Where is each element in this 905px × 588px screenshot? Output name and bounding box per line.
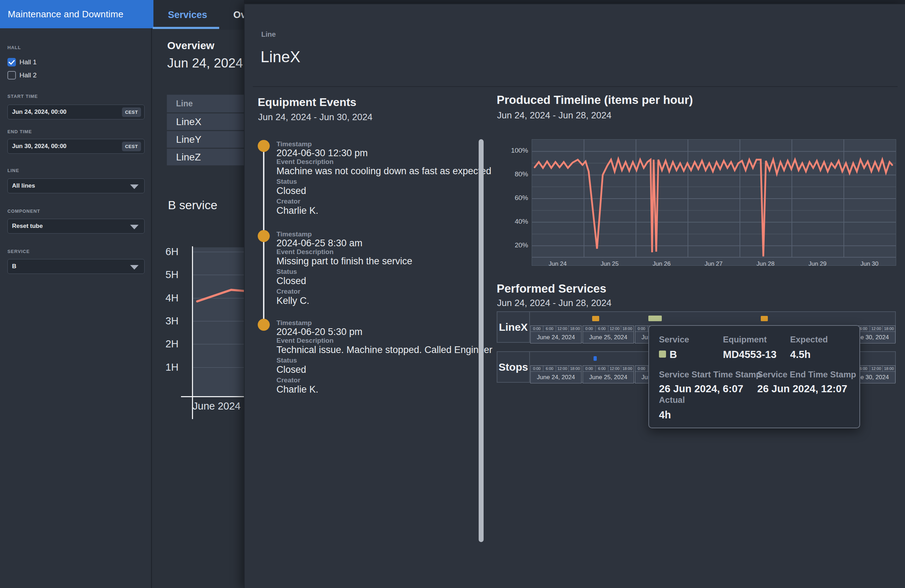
produced-x-tick-label: Jun 25 <box>589 260 631 268</box>
gantt-tick-label: 0:00 <box>583 366 596 371</box>
detail-line-name: LineX <box>260 48 300 66</box>
event-creator: Kelly C. <box>276 295 309 307</box>
equipment-event-item: Timestamp2024-06-20 5:30 pmEvent Descrip… <box>258 319 470 400</box>
b-service-x-axis-line <box>181 396 244 397</box>
line-table-row[interactable]: LineY <box>167 130 244 148</box>
service-marker[interactable] <box>648 315 662 321</box>
start-time-input[interactable]: Jun 24, 2024, 00:00 CEST <box>8 105 144 119</box>
line-table-row[interactable]: LineZ <box>167 148 244 165</box>
b-service-y-tick-label: 5H <box>157 269 178 281</box>
gantt-day-cell[interactable]: 0:006:0012:0018:00June 24, 2024 <box>530 365 581 384</box>
tooltip-start-value: 26 Jun 2024, 6:07 <box>659 383 743 395</box>
gantt-day-label: June 25, 2024 <box>583 332 634 343</box>
gantt-day-label: June 25, 2024 <box>583 372 634 383</box>
end-time-input[interactable]: Jun 30, 2024, 00:00 CEST <box>8 139 144 154</box>
line-select-value: All lines <box>12 182 35 189</box>
active-tab-underline <box>153 27 219 29</box>
equipment-events-date-range: Jun 24, 2024 - Jun 30, 2024 <box>258 112 373 123</box>
event-creator: Charlie K. <box>276 204 319 217</box>
gantt-day-cell[interactable]: 0:006:0012:0018:00June 25, 2024 <box>583 325 634 344</box>
end-time-label: END TIME <box>8 129 32 134</box>
b-service-line-series <box>193 247 244 396</box>
gantt-tick-label: 12:00 <box>556 366 569 371</box>
gantt-day-cell[interactable]: 0:006:0012:0018:00June 25, 2024 <box>583 365 634 384</box>
event-timestamp: 2024-06-20 5:30 pm <box>276 326 362 338</box>
produced-x-tick-label: Jun 28 <box>745 260 787 268</box>
event-creator: Charlie K. <box>276 384 319 395</box>
events-scrollbar[interactable] <box>479 139 484 542</box>
service-b-swatch-icon <box>659 350 666 358</box>
b-service-y-tick-label: 6H <box>157 246 178 258</box>
gantt-day-cell[interactable]: 0:006:0012:0018:00June 24, 2024 <box>530 325 581 344</box>
hall2-label: Hall 2 <box>19 71 37 79</box>
gantt-tick-label: 0:00 <box>530 366 543 371</box>
gantt-tick-row: 0:006:0012:0018:00 <box>530 366 581 372</box>
produced-timeline-title: Produced Timeline (items per hour) <box>497 93 693 107</box>
page-background-strip <box>244 0 905 3</box>
produced-y-tick-label: 80% <box>500 170 528 178</box>
produced-timeline-plot <box>532 139 896 266</box>
event-status: Closed <box>276 185 306 197</box>
b-service-y-tick-label: 1H <box>157 361 178 373</box>
b-service-y-tick-label: 3H <box>157 315 178 327</box>
event-timestamp: 2024-06-25 8:30 am <box>276 237 362 249</box>
produced-x-tick-label: Jun 24 <box>537 260 579 268</box>
checkbox-checked-icon[interactable] <box>8 58 16 67</box>
component-select-label: COMPONENT <box>8 209 40 214</box>
service-marker[interactable] <box>592 316 599 321</box>
gantt-tick-label: 6:00 <box>596 326 608 331</box>
gantt-tick-label: 12:00 <box>870 366 883 371</box>
gantt-tick-row: 0:006:0012:0018:00 <box>583 326 634 332</box>
event-timestamp: 2024-06-30 12:30 pm <box>276 147 368 159</box>
line-select[interactable]: All lines <box>8 178 144 193</box>
event-bullet-icon <box>258 140 270 152</box>
detail-line-label: Line <box>261 30 276 38</box>
tab-services[interactable]: Services <box>168 10 207 21</box>
component-select-value: Reset tube <box>12 223 43 230</box>
produced-y-tick-label: 100% <box>500 147 528 154</box>
hall1-checkbox-row[interactable]: Hall 1 <box>8 58 37 67</box>
service-select-label: SERVICE <box>8 249 30 254</box>
gantt-day-label: June 24, 2024 <box>530 332 581 343</box>
tooltip-end-label: Service End Time Stamp <box>757 369 856 379</box>
component-select[interactable]: Reset tube <box>8 219 144 234</box>
gantt-tick-label: 0:00 <box>635 326 648 331</box>
line-table-row[interactable]: LineX <box>167 113 244 130</box>
hall-section-label: HALL <box>8 45 21 50</box>
end-time-value: Jun 30, 2024, 00:00 <box>12 143 67 150</box>
gantt-tick-label: 12:00 <box>608 366 621 371</box>
line-select-label: LINE <box>8 168 19 173</box>
gantt-tick-row: 0:006:0012:0018:00 <box>530 326 581 332</box>
performed-services-date-range: Jun 24, 2024 - Jun 28, 2024 <box>497 298 611 309</box>
produced-x-tick-label: Jun 30 <box>848 260 891 268</box>
gantt-tick-label: 12:00 <box>556 326 569 331</box>
gantt-tick-label: 18:00 <box>569 366 581 371</box>
chevron-down-icon <box>130 225 138 229</box>
service-select[interactable]: B <box>8 259 144 274</box>
tab-overview[interactable]: Overview <box>233 10 244 21</box>
tooltip-actual-value: 4h <box>659 409 671 421</box>
gantt-tick-label: 18:00 <box>883 326 895 331</box>
b-service-y-tick-label: 2H <box>157 338 178 350</box>
produced-x-tick-label: Jun 26 <box>641 260 683 268</box>
hall1-label: Hall 1 <box>19 58 37 66</box>
app-root: Maintenance and Downtime HALL Hall 1 Hal… <box>0 0 905 588</box>
performed-services-title: Performed Services <box>497 282 606 295</box>
overview-date-range: Jun 24, 2024 - Jun 30, 2024 <box>167 56 244 71</box>
gantt-tick-label: 0:00 <box>583 326 596 331</box>
b-service-y-tick-label: 4H <box>157 292 178 304</box>
event-status: Closed <box>276 364 306 376</box>
b-service-chart-title: B service <box>168 198 218 212</box>
gantt-day-label: June 24, 2024 <box>530 372 581 383</box>
line-detail-panel: Line LineX Equipment Events Jun 24, 2024… <box>244 3 905 588</box>
start-time-timezone-badge: CEST <box>122 108 141 117</box>
service-marker[interactable] <box>594 356 597 361</box>
equipment-events-title: Equipment Events <box>258 96 356 109</box>
checkbox-unchecked-icon[interactable] <box>8 71 16 79</box>
service-marker[interactable] <box>761 316 768 321</box>
hall2-checkbox-row[interactable]: Hall 2 <box>8 71 37 79</box>
tooltip-service-value: B <box>670 349 677 360</box>
tooltip-actual-label: Actual <box>659 395 685 405</box>
chevron-down-icon <box>130 265 138 269</box>
event-bullet-icon <box>258 319 270 331</box>
